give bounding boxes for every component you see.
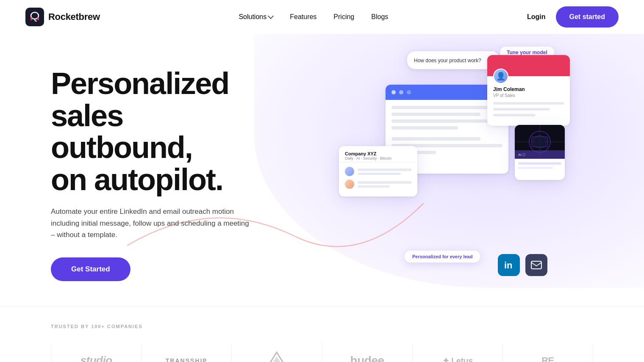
profile-card-header: 👤 bbox=[487, 55, 570, 76]
logo-item-studio: studio bbox=[51, 344, 142, 362]
logo-item-re: RE bbox=[503, 344, 593, 362]
dark-card-image: AI ⬡ bbox=[515, 125, 565, 159]
nav-item-solutions[interactable]: Solutions bbox=[239, 13, 273, 21]
lead-avatar-1 bbox=[345, 167, 354, 176]
window-dot-yellow bbox=[399, 90, 403, 94]
chevron-down-icon bbox=[268, 13, 274, 19]
nav-item-blogs[interactable]: Blogs bbox=[371, 13, 388, 21]
dark-photo-card: AI ⬡ bbox=[515, 125, 565, 180]
profile-role: VP of Sales bbox=[493, 93, 564, 98]
logo-item-arrow bbox=[232, 342, 322, 362]
svg-rect-0 bbox=[25, 8, 44, 26]
get-started-nav-button[interactable]: Get started bbox=[556, 6, 619, 28]
logo-link[interactable]: Rocketbrew bbox=[25, 8, 100, 26]
hero-title: Personalized sales outbound, on autopilo… bbox=[51, 68, 263, 196]
profile-card: 👤 Jim Coleman VP of Sales bbox=[487, 55, 570, 126]
trusted-label: TRUSTED BY 100+ COMPANIES bbox=[51, 324, 593, 329]
login-button[interactable]: Login bbox=[527, 13, 546, 21]
nav-actions: Login Get started bbox=[527, 6, 619, 28]
chat-bubble-text: How does your product work? bbox=[414, 58, 481, 64]
nav-links: Solutions Features Pricing Blogs bbox=[239, 13, 388, 21]
hero-section: Personalized sales outbound, on autopilo… bbox=[0, 34, 644, 307]
company-name: Company XYZ bbox=[345, 151, 411, 156]
logo-item-transship: TRANSSHIP bbox=[142, 344, 232, 362]
dark-card-body bbox=[515, 159, 565, 176]
svg-rect-9 bbox=[532, 137, 548, 147]
lead-avatar-2 bbox=[345, 180, 354, 189]
nav-item-pricing[interactable]: Pricing bbox=[333, 13, 354, 21]
logo-transship: TRANSSHIP bbox=[166, 357, 208, 362]
nav-item-features[interactable]: Features bbox=[290, 13, 316, 21]
logo-text: Rocketbrew bbox=[48, 11, 100, 22]
personalized-badge: Personalized for every lead bbox=[405, 251, 480, 263]
hero-illustration: How does your product work? Tune your mo… bbox=[339, 47, 619, 284]
company-tags: Daily · AI · Security · Bitcoin bbox=[345, 156, 411, 160]
svg-rect-2 bbox=[31, 17, 32, 20]
logos-row: studio TRANSSHIP hudee ✦ Letus RE bbox=[51, 342, 593, 362]
lead-row-2 bbox=[345, 180, 411, 189]
logo-letus: ✦ Letus bbox=[442, 356, 473, 362]
window-dot-red bbox=[391, 90, 396, 94]
trusted-section: TRUSTED BY 100+ COMPANIES studio TRANSSH… bbox=[0, 307, 644, 362]
chat-bubble-card: How does your product work? bbox=[407, 51, 500, 69]
profile-name: Jim Coleman bbox=[493, 86, 564, 92]
hero-subtitle: Automate your entire LinkedIn and email … bbox=[51, 206, 254, 240]
logo-hudee: hudee bbox=[350, 354, 384, 362]
lead-card-header: Company XYZ Daily · AI · Security · Bitc… bbox=[339, 146, 417, 163]
hero-content: Personalized sales outbound, on autopilo… bbox=[0, 34, 263, 307]
navbar: Rocketbrew Solutions Features Pricing Bl… bbox=[0, 0, 644, 34]
lead-row-1 bbox=[345, 167, 411, 176]
email-icon bbox=[525, 254, 547, 276]
lead-card-body bbox=[339, 163, 417, 196]
logo-item-hudee: hudee bbox=[322, 344, 413, 362]
logo-studio: studio bbox=[80, 354, 112, 362]
lead-card: Company XYZ Daily · AI · Security · Bitc… bbox=[339, 146, 417, 196]
svg-rect-11 bbox=[531, 261, 541, 269]
window-dot-green bbox=[407, 90, 411, 94]
svg-rect-3 bbox=[37, 17, 39, 20]
linkedin-icon: in bbox=[498, 254, 520, 276]
logo-arrow-svg bbox=[264, 350, 289, 362]
hero-cta-button[interactable]: Get Started bbox=[51, 257, 130, 281]
profile-avatar: 👤 bbox=[493, 69, 508, 84]
logo-icon bbox=[25, 8, 44, 26]
logo-item-letus: ✦ Letus bbox=[413, 344, 503, 362]
logo-re: RE bbox=[541, 355, 554, 362]
svg-text:in: in bbox=[504, 260, 513, 271]
